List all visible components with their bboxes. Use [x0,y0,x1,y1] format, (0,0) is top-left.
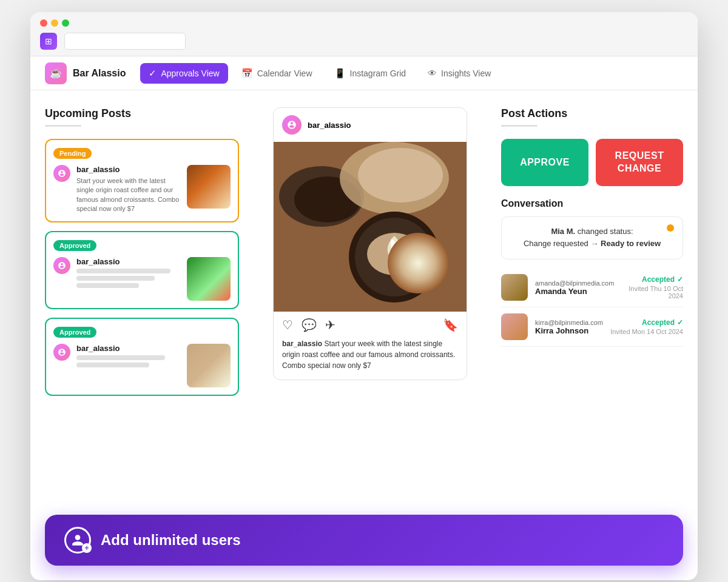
right-panel: Post Actions APPROVE REQUEST CHANGE Conv… [501,107,683,498]
phone-icon: 📱 [334,68,346,79]
arrow-icon: → [590,239,601,248]
post-username: bar_alassio [76,165,181,174]
pending-badge: Pending [53,148,92,159]
reviewer-info-2: kirra@bilpinmedia.com Kirra Johnson [535,319,603,335]
conversation-from: Change requested [524,239,588,248]
comment-icon[interactable]: 💬 [302,318,317,332]
conversation-title: Conversation [501,198,683,209]
avatar [53,165,70,182]
url-bar[interactable] [64,33,186,50]
conversation-text: Mia M. changed status: Change requested … [510,226,674,251]
accepted-status-2: Accepted ✓ [610,318,683,327]
minimize-dot[interactable] [51,19,58,27]
browser-chrome: ⊞ [30,12,698,56]
status-dot [667,224,674,232]
approved-badge-1: Approved [53,240,96,251]
reviewer-status-2: Accepted ✓ Invited Mon 14 Oct 2024 [610,318,683,335]
post-meta: bar_alassio Start your week with the lat… [76,165,181,214]
svg-point-6 [355,218,434,296]
reviewer-list: amanda@bilpinmedia.com Amanda Yeun Accep… [501,268,683,347]
post-image-plant [187,257,231,301]
ig-avatar [282,115,302,135]
post-text-placeholder-2 [76,355,181,367]
upcoming-posts-title: Upcoming Posts [45,107,239,120]
check-circle-icon: ✓ [149,68,157,79]
app-icon: ⊞ [40,33,57,50]
ig-actions: ♡ 💬 ✈ 🔖 [274,312,467,338]
reviewer-name-2: Kirra Johnson [535,326,603,335]
post-card-inner: bar_alassio Start your week with the lat… [53,165,231,214]
reviewer-item: amanda@bilpinmedia.com Amanda Yeun Accep… [501,268,683,307]
reviewer-email-1: amanda@bilpinmedia.com [535,279,614,287]
invited-date-2: Invited Mon 14 Oct 2024 [610,328,683,335]
post-meta-2: bar_alassio [76,257,181,288]
reviewer-item-2: kirra@bilpinmedia.com Kirra Johnson Acce… [501,307,683,347]
post-card-inner-3: bar_alassio [53,344,231,387]
browser-dots [40,19,688,27]
request-change-button[interactable]: REQUEST CHANGE [596,139,683,186]
eye-icon: 👁 [428,68,437,78]
post-card-pending[interactable]: Pending bar_alassio Start your week with… [45,139,239,222]
svg-point-4 [358,148,443,202]
approved-badge-2: Approved [53,327,96,338]
brand-name: Bar Alassio [73,68,126,79]
conversation-card: Mia M. changed status: Change requested … [501,216,683,260]
post-card-approved-2[interactable]: Approved bar_alassio [45,318,239,396]
browser-toolbar: ⊞ [40,33,688,50]
ig-caption: bar_alassio Start your week with the lat… [274,338,467,380]
add-user-icon: + [64,527,91,554]
tab-calendar[interactable]: 📅 Calendar View [233,63,321,84]
conversation-action: changed status: [578,227,633,236]
share-icon[interactable]: ✈ [325,318,335,332]
post-card-approved-1[interactable]: Approved bar_alassio [45,231,239,309]
post-image-coffee [187,165,231,209]
calendar-icon: 📅 [241,68,253,79]
brand-logo: ☕ Bar Alassio [45,62,126,84]
instagram-preview: bar_alassio [273,107,467,380]
post-text: Start your week with the latest single o… [76,176,181,214]
middle-panel: bar_alassio [254,107,487,498]
post-username-3: bar_alassio [76,344,181,353]
reviewer-email-2: kirra@bilpinmedia.com [535,319,603,326]
invited-date-1: Invited Thu 10 Oct 2024 [621,285,683,299]
plus-icon: + [82,543,92,553]
section-divider [45,125,81,127]
reviewer-name-1: Amanda Yeun [535,287,614,296]
conversation-user: Mia M. [551,227,575,236]
cta-banner[interactable]: + Add unlimited users [45,515,683,566]
maximize-dot[interactable] [62,19,69,27]
avatar [53,257,70,274]
post-image-latte [187,344,231,387]
browser-window: ⊞ ☕ Bar Alassio ✓ Approvals View 📅 Calen… [30,12,698,580]
actions-divider [501,125,538,127]
like-icon[interactable]: ♡ [282,318,293,332]
reviewer-avatar-2 [501,313,528,340]
post-text-placeholder [76,269,181,288]
nav-bar: ☕ Bar Alassio ✓ Approvals View 📅 Calenda… [30,56,698,90]
ig-post-image [274,142,467,312]
accepted-status-1: Accepted ✓ [621,275,683,284]
close-dot[interactable] [40,19,47,27]
reviewer-info-1: amanda@bilpinmedia.com Amanda Yeun [535,279,614,296]
post-card-inner-2: bar_alassio [53,257,231,301]
bookmark-icon[interactable]: 🔖 [443,318,458,332]
cta-text: Add unlimited users [101,532,241,549]
tab-approvals[interactable]: ✓ Approvals View [140,63,228,84]
avatar [53,344,70,361]
tab-instagram[interactable]: 📱 Instagram Grid [326,63,415,84]
ig-username: bar_alassio [308,121,351,130]
post-actions-title: Post Actions [501,107,683,120]
brand-icon: ☕ [45,62,67,84]
reviewer-avatar-1 [501,274,528,301]
action-buttons: APPROVE REQUEST CHANGE [501,139,683,186]
ig-header: bar_alassio [274,108,467,142]
post-meta-3: bar_alassio [76,344,181,367]
post-username-2: bar_alassio [76,257,181,266]
check-icon: ✓ [677,275,683,284]
check-icon-2: ✓ [677,318,683,327]
conversation-section: Conversation Mia M. changed status: Chan… [501,198,683,347]
tab-insights[interactable]: 👁 Insights View [419,63,499,83]
main-content: Upcoming Posts Pending bar_alassio Start… [30,90,698,515]
approve-button[interactable]: APPROVE [501,139,588,186]
reviewer-status-1: Accepted ✓ Invited Thu 10 Oct 2024 [621,275,683,299]
